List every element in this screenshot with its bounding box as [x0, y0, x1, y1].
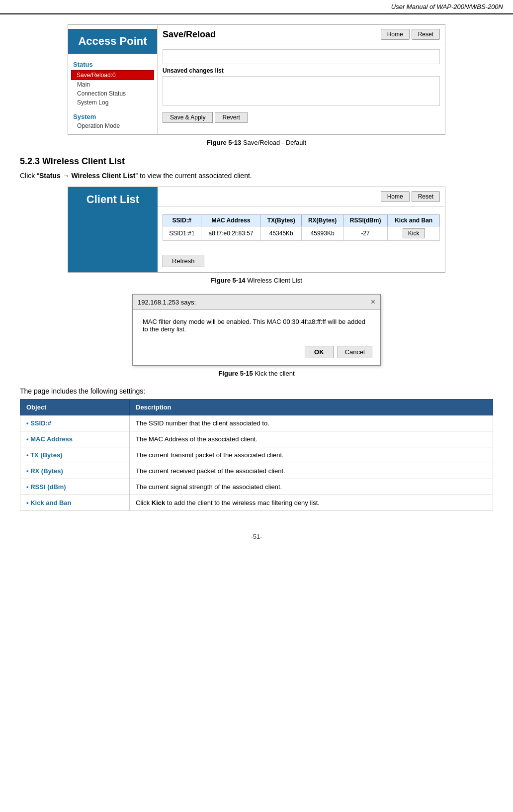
figure15-caption: Figure 5-15 Kick the client — [20, 370, 493, 377]
sidebar13-item-syslog[interactable]: System Log — [68, 98, 157, 107]
sidebar13: Access Point Status Save/Reload:0 Main C… — [68, 25, 158, 134]
settings-object-rssi: RSSI (dBm) — [20, 479, 130, 495]
panel14-topbar: Home Reset — [158, 187, 445, 206]
page-header: User Manual of WAP-200N/WBS-200N — [0, 0, 513, 14]
page-number: -51- — [251, 533, 262, 540]
col-tx: TX(Bytes) — [261, 215, 302, 226]
settings-header-row: Object Description — [20, 400, 493, 415]
cell-mac: a8:f7:e0:2f:83:57 — [201, 226, 260, 241]
reset-button-13[interactable]: Reset — [412, 29, 440, 40]
figure15-caption-bold: Figure 5-15 — [218, 370, 253, 377]
kick-button[interactable]: Kick — [403, 228, 425, 238]
settings-intro: The page includes the following settings… — [20, 387, 493, 395]
sidebar13-system-title: System — [68, 110, 157, 121]
client-table-body: SSID1:#1 a8:f7:e0:2f:83:57 45345Kb 45993… — [163, 226, 440, 241]
sidebar13-status-title: Status — [68, 59, 157, 70]
col-rx: RX(Bytes) — [302, 215, 343, 226]
settings-table-header: Object Description — [20, 400, 493, 415]
panel14-content: SSID:# MAC Address TX(Bytes) RX(Bytes) R… — [158, 206, 445, 272]
revert-button[interactable]: Revert — [215, 112, 247, 123]
settings-object-kick: Kick and Ban — [20, 495, 130, 511]
dialog-titlebar: 192.168.1.253 says: × — [133, 295, 380, 310]
refresh-button[interactable]: Refresh — [163, 255, 204, 267]
manual-title: User Manual of WAP-200N/WBS-200N — [391, 3, 503, 10]
figure14-layout: Client List Home Reset SSID:# — [68, 187, 445, 272]
settings-row-tx: TX (Bytes) The current transmit packet o… — [20, 447, 493, 463]
col-rssi: RSSI(dBm) — [343, 215, 388, 226]
dialog-title: 192.168.1.253 says: — [138, 299, 196, 306]
sidebar13-item-connstatus[interactable]: Connection Status — [68, 89, 157, 98]
figure13-caption-text: Save/Reload - Default — [241, 139, 306, 146]
main-panel14: Home Reset SSID:# MAC Address TX(Bytes) … — [158, 187, 445, 272]
settings-object-tx: TX (Bytes) — [20, 447, 130, 463]
subtext-bold: Status → Wireless Client List — [39, 172, 136, 180]
panel13-topbar: Save/Reload Home Reset — [158, 25, 445, 44]
content-area: Access Point Status Save/Reload:0 Main C… — [0, 19, 513, 526]
figure14-caption-text: Wireless Client List — [246, 277, 302, 284]
panel14-buttons: Home Reset — [381, 191, 440, 202]
settings-desc-mac: The MAC Address of the associated client… — [130, 431, 493, 447]
figure15-caption-text: Kick the client — [253, 370, 295, 377]
figure15-dialog: 192.168.1.253 says: × MAC filter deny mo… — [132, 294, 381, 366]
reset-button-14[interactable]: Reset — [412, 191, 440, 202]
cell-rx: 45993Kb — [302, 226, 343, 241]
cell-ssid: SSID1:#1 — [163, 226, 201, 241]
client-list-table: SSID:# MAC Address TX(Bytes) RX(Bytes) R… — [163, 214, 440, 241]
action-buttons-13: Save & Apply Revert — [163, 110, 440, 125]
figure13-box: Access Point Status Save/Reload:0 Main C… — [68, 24, 445, 135]
sidebar13-item-savereload[interactable]: Save/Reload:0 — [71, 70, 154, 80]
home-button-13[interactable]: Home — [381, 29, 410, 40]
settings-object-rx: RX (Bytes) — [20, 463, 130, 479]
figure13-layout: Access Point Status Save/Reload:0 Main C… — [68, 25, 445, 134]
figure13-caption-bold: Figure 5-13 — [207, 139, 241, 146]
sidebar13-item-opmode[interactable]: Operation Mode — [68, 121, 157, 130]
cell-tx: 45345Kb — [261, 226, 302, 241]
section523-subtext: Click “Status → Wireless Client List” to… — [20, 172, 493, 180]
settings-row-rssi: RSSI (dBm) The current signal strength o… — [20, 479, 493, 495]
section523-heading: 5.2.3 Wireless Client List — [20, 156, 493, 167]
settings-desc-ssid: The SSID number that the client associat… — [130, 415, 493, 431]
panel13-buttons: Home Reset — [381, 29, 440, 40]
subtext-post: ” to view the current associated client. — [135, 172, 252, 180]
figure14-sidebar: Client List — [68, 187, 158, 272]
page-footer: -51- — [0, 526, 513, 545]
settings-row-ssid: SSID:# The SSID number that the client a… — [20, 415, 493, 431]
cell-kick: Kick — [388, 226, 440, 241]
cell-rssi: -27 — [343, 226, 388, 241]
col-description: Description — [130, 400, 493, 415]
sidebar13-brand: Access Point — [68, 29, 157, 54]
settings-desc-rx: The current received packet of the assoc… — [130, 463, 493, 479]
client-table-header: SSID:# MAC Address TX(Bytes) RX(Bytes) R… — [163, 215, 440, 226]
settings-row-rx: RX (Bytes) The current received packet o… — [20, 463, 493, 479]
cancel-button[interactable]: Cancel — [338, 346, 372, 358]
settings-desc-rssi: The current signal strength of the assoc… — [130, 479, 493, 495]
col-object: Object — [20, 400, 130, 415]
main-panel13: Save/Reload Home Reset Unsaved changes l… — [158, 25, 445, 134]
unsaved-top-field — [163, 49, 440, 64]
settings-object-mac: MAC Address — [20, 431, 130, 447]
settings-object-ssid: SSID:# — [20, 415, 130, 431]
home-button-14[interactable]: Home — [381, 191, 410, 202]
close-icon[interactable]: × — [371, 298, 375, 306]
subtext-pre: Click “ — [20, 172, 39, 180]
table-row: SSID1:#1 a8:f7:e0:2f:83:57 45345Kb 45993… — [163, 226, 440, 241]
ok-button[interactable]: OK — [305, 346, 334, 358]
unsaved-text-area[interactable] — [163, 76, 440, 106]
dialog-message: MAC filter deny mode will be enabled. Th… — [143, 318, 365, 333]
client-table-header-row: SSID:# MAC Address TX(Bytes) RX(Bytes) R… — [163, 215, 440, 226]
figure14-caption: Figure 5-14 Wireless Client List — [20, 277, 493, 284]
settings-desc-tx: The current transmit packet of the assoc… — [130, 447, 493, 463]
figure14-box: Client List Home Reset SSID:# — [68, 187, 445, 273]
figure13-caption: Figure 5-13 Save/Reload - Default — [20, 139, 493, 146]
settings-row-kick: Kick and Ban Click Kick to add the clien… — [20, 495, 493, 511]
unsaved-label: Unsaved changes list — [163, 67, 440, 74]
panel13-content: Unsaved changes list Save & Apply Revert — [158, 44, 445, 130]
kick-bold: Kick — [152, 499, 165, 507]
sidebar13-item-main[interactable]: Main — [68, 80, 157, 89]
settings-row-mac: MAC Address The MAC Address of the assoc… — [20, 431, 493, 447]
settings-table: Object Description SSID:# The SSID numbe… — [20, 399, 493, 511]
save-apply-button[interactable]: Save & Apply — [163, 112, 213, 123]
col-mac: MAC Address — [201, 215, 260, 226]
panel13-title: Save/Reload — [163, 29, 216, 40]
col-ssid: SSID:# — [163, 215, 201, 226]
